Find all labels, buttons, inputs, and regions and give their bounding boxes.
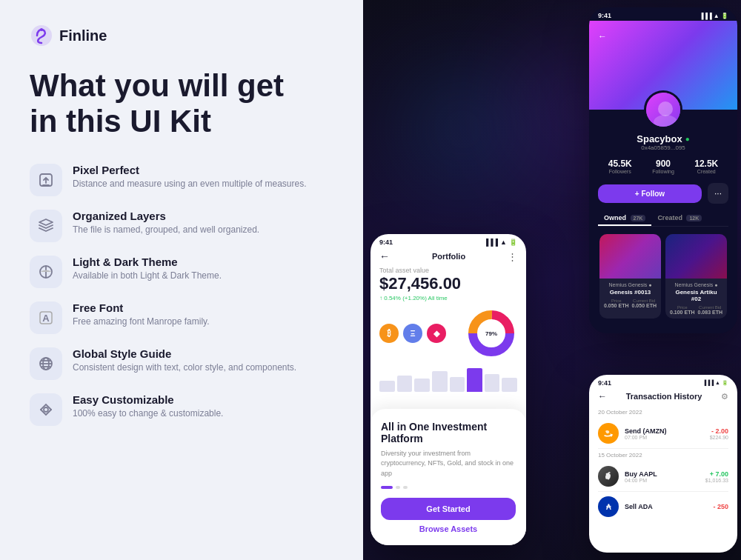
nft-card-1-title: Genesis #0013 [604,289,657,296]
nft-tabs: Owned 27K Created 12K [598,211,728,227]
tx-amzn-icon [598,423,619,444]
layers-icon-box [30,210,62,242]
tx-item-aapl: Buy AAPL 04:00 PM + 7.00 $1,016.33 [589,461,737,491]
investment-title: Portfolio [432,252,465,261]
nft-card-1-bid-val: 0.050 ETH [632,303,657,308]
nft-card-2-prices: Price 0.100 ETH Current Bid 0.083 ETH [670,305,722,315]
investment-menu-icon[interactable]: ⋮ [508,251,517,262]
style-icon-box [30,347,62,380]
nft-card-2[interactable]: Nernius Genesis ● Genesis Artiku #02 Pri… [665,234,727,319]
glow-blue [408,74,519,185]
right-panel: 9:41 ▐▐▐▲🔋 ← Portfolio ⋮ Total asset val… [363,0,741,560]
nft-status-bar: 9:41 ▐▐▐ ▲ 🔋 [589,7,737,21]
nft-card-2-bid-val: 0.083 ETH [698,310,722,315]
donut-chart: 79% [465,307,517,359]
investment-card-title: All in One Investment Platform [381,421,516,444]
feature-customize: Easy Customizable 100% easy to change & … [30,393,333,426]
tx-aapl-qty: + 7.00 [705,470,728,478]
tx-date-1: 20 October 2022 [589,406,737,419]
logo-area: Finline [30,24,333,47]
phone-transaction: 9:41 ▐▐▐ ▲ 🔋 ← Transaction History ⚙ 20 … [589,375,737,553]
investment-total-label: Total asset value [370,267,526,274]
tx-aapl-usd: $1,016.33 [705,478,728,483]
tx-aapl-time: 04:00 PM [625,478,700,483]
tx-date-2: 15 October 2022 [589,449,737,461]
investment-status-time: 9:41 [379,239,393,246]
svg-text:A: A [42,313,50,324]
investment-card-desc: Diversity your investment from cryptocur… [381,449,516,479]
nft-card-1-price-val: 0.050 ETH [604,303,628,308]
feature-style: Global Style Guide Consistent design wit… [30,347,333,380]
feature-style-content: Global Style Guide Consistent design wit… [73,347,296,374]
tx-amzn-usd: $224.90 [710,435,728,440]
investment-back-btn[interactable]: ← [379,250,390,262]
finline-logo-icon [30,24,53,47]
nft-created-val: 12.5K [694,159,718,169]
nft-card-2-title: Genesis Artiku #02 [670,289,722,302]
customize-icon [38,401,54,418]
nft-card-1-prices: Price 0.050 ETH Current Bid 0.050 ETH [604,299,657,308]
nft-followers-val: 45.5K [608,159,632,169]
other-coin-icon: ◆ [427,324,446,343]
feature-layers-desc: The file is named, grouped, and well org… [73,224,259,236]
features-list: Pixel Perfect Distance and measure using… [30,164,333,426]
nft-stat-following: 900 Following [652,159,674,174]
tx-ada-qty: - 250 [713,503,728,510]
nft-tab-created[interactable]: Created 12K [651,211,708,226]
nft-back-btn[interactable]: ← [598,31,607,41]
feature-layers-title: Organized Layers [73,210,259,222]
globe-icon [38,356,54,372]
nft-verified-icon: ● [685,135,690,143]
tx-status-bar: 9:41 ▐▐▐ ▲ 🔋 [589,375,737,388]
tx-filter-btn[interactable]: ⚙ [721,392,728,401]
feature-pixel-perfect-content: Pixel Perfect Distance and measure using… [73,164,307,190]
svg-point-1 [40,28,43,31]
font-icon: A [38,310,54,326]
nft-avatar [644,90,682,129]
nft-status-time: 9:41 [598,12,611,19]
nft-card-1[interactable]: Nernius Genesis ● Genesis #0013 Price 0.… [599,234,661,319]
layers-icon [38,218,54,234]
tx-amzn-time: 07:00 PM [625,435,704,440]
tx-back-btn[interactable]: ← [598,391,607,401]
more-button[interactable]: ··· [708,183,728,204]
eth-coin-icon: Ξ [403,324,422,343]
dots-pagination [381,486,516,489]
nft-created-label: Created [694,169,718,174]
nft-card-2-info: Nernius Genesis ● Genesis Artiku #02 Pri… [665,279,727,319]
tx-status-time: 9:41 [598,379,611,387]
nft-following-label: Following [652,169,674,174]
headline: What you will get in this UI Kit [30,68,333,140]
tx-ada-amount: - 250 [713,503,728,510]
follow-button[interactable]: + Follow [598,184,702,203]
tx-aapl-info: Buy AAPL 04:00 PM [625,470,700,483]
dot-2 [396,486,400,489]
svg-text:79%: 79% [485,330,497,337]
nft-card-2-price-val: 0.100 ETH [670,310,694,315]
nft-follow-row: + Follow ··· [598,183,728,204]
portfolio-chart-bars [370,365,526,395]
browse-assets-button[interactable]: Browse Assets [381,524,516,533]
tx-amzn-info: Send (AMZN) 07:00 PM [625,427,704,440]
tx-ada-icon: ₳ [598,496,619,517]
crypto-icons: ₿ Ξ ◆ [379,324,446,343]
feature-layers: Organized Layers The file is named, grou… [30,210,333,242]
nft-followers-label: Followers [608,169,632,174]
nft-tab-owned[interactable]: Owned 27K [598,211,651,226]
investment-amount: $27,456.00 [370,274,526,293]
feature-pixel-perfect-title: Pixel Perfect [73,164,307,176]
phone-investment: 9:41 ▐▐▐▲🔋 ← Portfolio ⋮ Total asset val… [370,234,526,545]
feature-font-title: Free Font [73,301,210,314]
dot-3 [403,486,408,489]
upload-icon [38,172,54,188]
feature-theme-title: Light & Dark Theme [73,256,222,268]
get-started-button[interactable]: Get Started [381,498,516,520]
nft-following-val: 900 [652,159,674,169]
feature-font-content: Free Font Free amazing font Manrope fami… [73,301,210,328]
left-panel: Finline What you will get in this UI Kit… [0,0,363,560]
feature-customize-title: Easy Customizable [73,393,223,406]
nft-address: 0x4a05859...095 [598,144,728,151]
tx-header: ← Transaction History ⚙ [589,388,737,406]
customize-icon-box [30,393,62,426]
theme-icon-box [30,256,62,288]
